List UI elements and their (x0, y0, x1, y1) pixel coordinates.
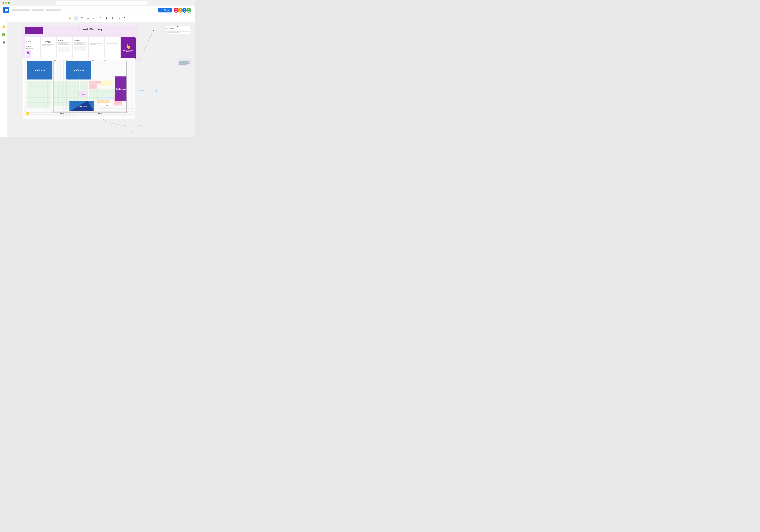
svg-rect-66 (47, 103, 51, 105)
card-booth-staff[interactable]: Booth staff (89, 37, 104, 59)
svg-rect-71 (43, 106, 47, 108)
svg-rect-17 (43, 81, 47, 83)
svg-text:Tunstall: Tunstall (82, 94, 85, 95)
svg-point-1 (175, 11, 177, 12)
avatar-4 (186, 7, 192, 13)
share-icon: 🔗 (161, 9, 163, 11)
svg-rect-42 (47, 92, 51, 94)
share-button[interactable]: 🔗 Share (158, 8, 172, 13)
svg-rect-176 (80, 86, 84, 89)
svg-rect-94 (67, 89, 71, 92)
tool-note[interactable]: ▭ (116, 16, 121, 21)
svg-rect-113 (71, 97, 74, 100)
nav-bar-2[interactable] (32, 9, 44, 11)
tool-shapes[interactable]: ⬡ (80, 16, 84, 21)
floor-plan-area[interactable]: Tunstall Conference Conference Conferenc… (23, 58, 135, 119)
booth-line-1 (74, 42, 86, 43)
svg-text:10.3: 10.3 (92, 60, 94, 61)
exhibitor-line-3 (167, 31, 189, 32)
svg-rect-108 (75, 95, 78, 97)
svg-rect-38 (31, 92, 35, 94)
tool-flag[interactable]: ⚑ (122, 16, 127, 21)
svg-rect-141 (97, 89, 101, 92)
sidebar-bell-icon[interactable]: 🔔 (1, 24, 6, 29)
svg-rect-72 (47, 106, 51, 108)
floor-plan-note[interactable] (178, 60, 191, 66)
exhibitor-portal-card[interactable]: Exhibitor Portal (166, 26, 190, 34)
event-planning-board: Event Planning Date 25 January,09h00 - 1… (23, 25, 138, 62)
tool-pen[interactable]: ✏ (86, 16, 91, 21)
svg-rect-150 (102, 92, 105, 94)
card-date[interactable]: Date 25 January,09h00 - 17h0026 January,… (25, 37, 40, 59)
app-logo[interactable]: 💬 (3, 7, 9, 13)
svg-line-8 (138, 31, 153, 63)
hotel-line-2 (106, 42, 115, 42)
board-cards: Date 25 January,09h00 - 17h0026 January,… (25, 37, 136, 59)
svg-rect-88 (67, 86, 71, 89)
tool-cursor[interactable]: ↖ (73, 16, 78, 21)
svg-rect-77 (71, 81, 74, 83)
svg-rect-152 (110, 92, 114, 94)
svg-rect-210 (102, 100, 105, 103)
card-location[interactable]: Location and address (57, 37, 71, 59)
svg-point-9 (153, 30, 154, 31)
svg-rect-44 (31, 95, 35, 97)
svg-rect-96 (75, 89, 78, 92)
card-link-event-website[interactable]: 👆 Link to the Event Website (121, 37, 136, 59)
svg-rect-149 (97, 92, 101, 94)
dot-yellow[interactable] (5, 2, 7, 4)
svg-rect-135 (106, 81, 110, 83)
svg-text:Conference: Conference (116, 88, 126, 90)
svg-text:10.1: 10.1 (54, 60, 56, 61)
nav-bar-1[interactable] (12, 9, 30, 11)
svg-rect-57 (35, 100, 39, 103)
hand-pointer-icon: 👆 (125, 44, 131, 49)
share-label: Share (164, 9, 169, 11)
tool-image[interactable]: ⊞ (104, 16, 109, 21)
svg-rect-130 (89, 84, 93, 86)
app-header: 💬 🔗 Share (0, 6, 195, 15)
dot-red[interactable] (2, 2, 4, 4)
card-booth-header: Our booth: (mind. Eckstand) (74, 38, 86, 41)
svg-rect-23 (43, 84, 47, 86)
svg-rect-19 (27, 84, 31, 86)
card-attendees[interactable]: Attendees 3000+ (41, 37, 56, 59)
svg-rect-139 (89, 89, 93, 92)
svg-rect-26 (31, 86, 35, 89)
tool-marker[interactable]: 🖊 (92, 16, 97, 21)
svg-rect-157 (97, 95, 101, 97)
nav-bar-3[interactable] (46, 9, 61, 11)
tool-hand[interactable]: ✋ (68, 16, 72, 21)
svg-rect-58 (39, 100, 43, 103)
svg-rect-62 (31, 103, 35, 105)
svg-rect-137 (102, 84, 105, 86)
yellow-sticky[interactable] (26, 112, 29, 115)
svg-rect-56 (31, 100, 35, 103)
tool-line[interactable]: / (98, 16, 103, 21)
svg-rect-40 (39, 92, 43, 94)
svg-rect-175 (84, 84, 88, 86)
sidebar-check-icon[interactable]: ✅ (1, 32, 6, 37)
location-line-3 (58, 44, 71, 45)
svg-rect-143 (106, 89, 110, 92)
card-booth[interactable]: Our booth: (mind. Eckstand) (73, 37, 87, 59)
browser-address-bar[interactable] (56, 1, 147, 5)
tool-text[interactable]: T (110, 16, 115, 21)
sidebar-list-icon[interactable]: ☰ (1, 40, 6, 45)
exhibitor-line-2 (167, 30, 184, 31)
svg-rect-75 (63, 81, 66, 83)
svg-rect-15 (35, 81, 39, 83)
svg-rect-116 (58, 100, 62, 103)
card-attendees-header: Attendees (42, 38, 54, 40)
svg-rect-55 (27, 100, 31, 103)
svg-rect-49 (27, 97, 31, 100)
header-nav (12, 9, 61, 11)
dot-green[interactable] (8, 2, 10, 4)
svg-text:10.4: 10.4 (104, 60, 106, 61)
svg-rect-46 (39, 95, 43, 97)
svg-rect-83 (71, 84, 74, 86)
svg-rect-27 (35, 86, 39, 89)
floor-note-line-1 (179, 61, 190, 62)
svg-point-4 (184, 9, 185, 10)
card-hotel[interactable]: Hotel for staff (105, 37, 119, 59)
